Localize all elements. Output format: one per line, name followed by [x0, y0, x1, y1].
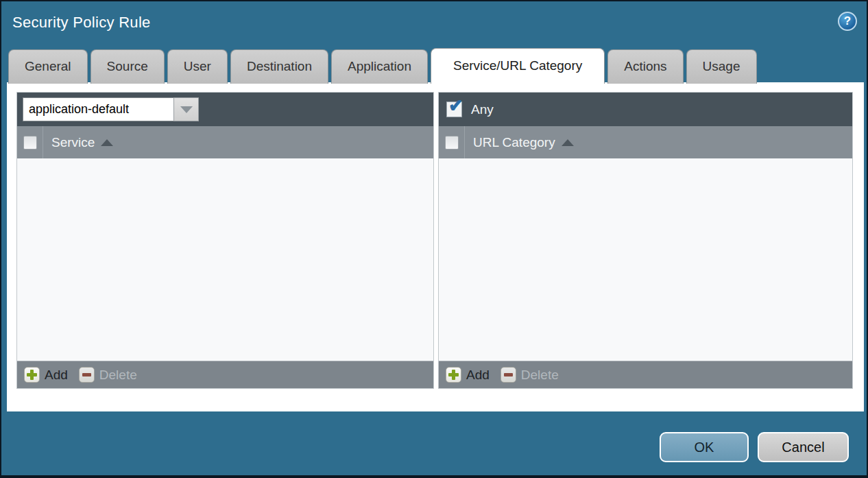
url-category-grid-footer: Add Delete — [439, 361, 852, 388]
service-grid-body — [17, 158, 433, 361]
service-type-dropdown-button[interactable] — [173, 97, 199, 121]
title-bar: Security Policy Rule ? — [1, 1, 867, 45]
tab-general[interactable]: General — [8, 49, 88, 84]
sort-ascending-icon[interactable] — [562, 139, 574, 146]
service-delete-label: Delete — [99, 368, 137, 383]
url-category-panel: ✔ Any URL Category Add — [438, 92, 853, 389]
security-policy-rule-dialog: Security Policy Rule ? General Source Us… — [0, 0, 868, 478]
cancel-button[interactable]: Cancel — [758, 432, 849, 462]
any-label: Any — [471, 102, 494, 117]
service-grid-footer: Add Delete — [17, 361, 433, 388]
service-select-all-checkbox[interactable] — [23, 136, 37, 150]
add-icon — [24, 367, 40, 383]
url-category-column-header[interactable]: URL Category — [473, 135, 555, 150]
chevron-down-icon — [180, 106, 193, 113]
url-category-delete-button[interactable]: Delete — [501, 367, 559, 383]
service-panel: Service Add Delete — [16, 92, 434, 389]
sort-ascending-icon[interactable] — [101, 139, 113, 146]
service-select-all-cell — [17, 126, 43, 158]
url-category-add-label: Add — [466, 368, 490, 383]
service-type-input[interactable] — [23, 97, 173, 121]
tab-strip: General Source User Destination Applicat… — [8, 48, 757, 84]
service-type-combo — [23, 97, 199, 121]
service-delete-button[interactable]: Delete — [79, 367, 137, 383]
any-row: ✔ Any — [444, 101, 494, 117]
delete-icon — [79, 367, 95, 383]
url-category-select-all-checkbox[interactable] — [445, 136, 459, 150]
tab-user[interactable]: User — [167, 49, 228, 84]
service-toolbar — [17, 93, 433, 126]
url-category-select-all-cell — [439, 126, 465, 158]
help-icon[interactable]: ? — [838, 12, 857, 31]
url-category-toolbar: ✔ Any — [439, 93, 852, 126]
ok-button[interactable]: OK — [660, 432, 749, 462]
dialog-buttons: OK Cancel — [660, 432, 849, 462]
url-category-grid-header: URL Category — [439, 126, 852, 158]
url-category-delete-label: Delete — [521, 368, 559, 383]
tab-service-url-category[interactable]: Service/URL Category — [431, 48, 605, 84]
help-glyph: ? — [844, 14, 851, 28]
service-add-button[interactable]: Add — [24, 367, 68, 383]
checkmark-icon: ✔ — [448, 97, 463, 115]
add-icon — [446, 367, 461, 383]
tab-destination[interactable]: Destination — [230, 49, 328, 84]
delete-icon — [501, 367, 516, 383]
tab-content: Service Add Delete — [7, 82, 864, 411]
tab-source[interactable]: Source — [91, 49, 165, 84]
service-column-header[interactable]: Service — [51, 135, 95, 150]
tab-actions[interactable]: Actions — [607, 49, 683, 84]
service-add-label: Add — [45, 368, 68, 383]
any-checkbox[interactable]: ✔ — [446, 101, 462, 117]
url-category-add-button[interactable]: Add — [446, 367, 490, 383]
dialog-title: Security Policy Rule — [12, 14, 151, 32]
url-category-grid-body — [439, 158, 852, 361]
tab-application[interactable]: Application — [331, 49, 428, 84]
tab-usage[interactable]: Usage — [686, 49, 757, 84]
service-grid-header: Service — [17, 126, 433, 158]
